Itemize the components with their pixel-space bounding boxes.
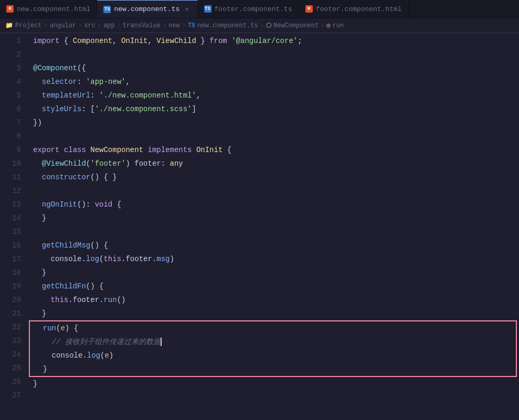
code-line-5: templateUrl: './new.component.html', <box>29 89 519 102</box>
tab-new-html[interactable]: H new.component.html <box>0 0 97 18</box>
code-line-3: @Component({ <box>29 61 519 75</box>
line-num-22: 22 <box>0 320 29 334</box>
code-line-1: import { Component, OnInit, ViewChild } … <box>29 34 519 48</box>
breadcrumb-sep: › <box>321 22 324 29</box>
line-num-9: 9 <box>0 143 29 157</box>
line-num-4: 4 <box>0 75 29 89</box>
code-line-2 <box>29 48 519 61</box>
line-num-27: 27 <box>0 389 29 402</box>
code-line-24: console.log(e) <box>30 349 516 362</box>
breadcrumb-method: run <box>333 22 344 29</box>
breadcrumb-sep: › <box>260 22 264 29</box>
code-line-16: getChildMsg() { <box>29 239 519 252</box>
line-num-24: 24 <box>0 348 29 361</box>
code-line-17: console.log(this.footer.msg) <box>29 252 519 266</box>
tab-close-button[interactable]: ✕ <box>183 4 190 14</box>
line-num-11: 11 <box>0 170 29 184</box>
line-num-21: 21 <box>0 307 29 320</box>
breadcrumb-filename: new.component.ts <box>197 22 258 29</box>
code-line-7: }) <box>29 116 519 130</box>
breadcrumb-sep: › <box>98 22 101 29</box>
code-line-8 <box>29 130 519 143</box>
breadcrumb-angular: angular <box>50 22 76 29</box>
tab-label: footer.component.ts <box>215 5 292 13</box>
code-line-26: } <box>29 377 519 391</box>
html-icon: H <box>305 5 313 13</box>
tab-new-ts[interactable]: TS new.component.ts ✕ <box>97 0 197 18</box>
ts-icon: TS <box>204 5 211 13</box>
line-num-8: 8 <box>0 130 29 143</box>
line-num-13: 13 <box>0 198 29 211</box>
code-line-18: } <box>29 266 519 279</box>
code-line-25: } <box>30 362 516 376</box>
breadcrumb-app: app <box>103 22 115 29</box>
line-num-23: 23 <box>0 334 29 348</box>
line-num-17: 17 <box>0 252 29 266</box>
tab-bar: H new.component.html TS new.component.ts… <box>0 0 519 18</box>
line-num-12: 12 <box>0 184 29 198</box>
line-num-14: 14 <box>0 211 29 225</box>
line-num-7: 7 <box>0 116 29 130</box>
line-num-16: 16 <box>0 239 29 252</box>
code-line-10: @ViewChild('footer') footer: any <box>29 157 519 170</box>
line-num-5: 5 <box>0 89 29 102</box>
line-num-15: 15 <box>0 225 29 239</box>
code-line-6: styleUrls: ['./new.component.scss'] <box>29 102 519 116</box>
code-line-15 <box>29 225 519 239</box>
breadcrumb-transvalue: transValue <box>123 22 161 29</box>
tab-footer-html[interactable]: H footer.component.html <box>299 0 409 18</box>
code-line-20: this.footer.run() <box>29 293 519 307</box>
line-num-3: 3 <box>0 61 29 75</box>
code-area: 1 2 3 4 5 6 7 8 9 10 11 12 13 14 15 16 1… <box>0 33 519 420</box>
breadcrumb-class-icon: ⬡ <box>266 21 271 29</box>
line-num-19: 19 <box>0 279 29 293</box>
breadcrumb-sep: › <box>44 22 47 29</box>
code-line-27 <box>29 391 519 404</box>
code-line-22: run(e) { <box>30 321 516 335</box>
tab-label: footer.component.html <box>316 5 402 13</box>
breadcrumb-class: NewComponent <box>273 22 319 29</box>
line-num-6: 6 <box>0 102 29 116</box>
code-line-19: getChildFn() { <box>29 279 519 293</box>
line-num-20: 20 <box>0 293 29 307</box>
breadcrumb-new: new <box>168 22 180 29</box>
code-content[interactable]: import { Component, OnInit, ViewChild } … <box>29 33 519 420</box>
breadcrumb-sep: › <box>163 22 166 29</box>
line-num-1: 1 <box>0 34 29 48</box>
line-num-18: 18 <box>0 266 29 279</box>
breadcrumb-src: src <box>84 22 96 29</box>
breadcrumb-project-icon: 📁 <box>5 21 13 29</box>
breadcrumb-project: Project <box>15 22 41 29</box>
line-num-25: 25 <box>0 361 29 375</box>
code-line-11: constructor() { } <box>29 170 519 184</box>
breadcrumb-sep: › <box>78 22 82 29</box>
line-num-2: 2 <box>0 48 29 61</box>
tab-label: new.component.ts <box>114 5 179 13</box>
code-line-12 <box>29 184 519 198</box>
html-icon: H <box>6 5 14 13</box>
code-line-4: selector: 'app-new', <box>29 75 519 89</box>
line-numbers: 1 2 3 4 5 6 7 8 9 10 11 12 13 14 15 16 1… <box>0 33 29 420</box>
breadcrumb-method-icon: ◎ <box>326 21 330 29</box>
code-line-14: } <box>29 211 519 225</box>
code-line-21: } <box>29 307 519 320</box>
line-num-10: 10 <box>0 157 29 170</box>
ts-icon: TS <box>103 6 111 13</box>
code-line-9: export class NewComponent implements OnI… <box>29 143 519 157</box>
breadcrumb-ts-icon: TS <box>188 22 195 29</box>
breadcrumb-sep: › <box>117 22 121 29</box>
tab-footer-ts[interactable]: TS footer.component.ts <box>198 0 299 18</box>
breadcrumb-sep: › <box>182 22 186 29</box>
breadcrumb: 📁 Project › angular › src › app › transV… <box>0 18 519 33</box>
line-num-26: 26 <box>0 375 29 389</box>
code-line-13: ngOnInit(): void { <box>29 198 519 211</box>
tab-label: new.component.html <box>17 5 90 13</box>
code-line-23: // 接收到子组件传递过来的数据 <box>30 335 516 349</box>
